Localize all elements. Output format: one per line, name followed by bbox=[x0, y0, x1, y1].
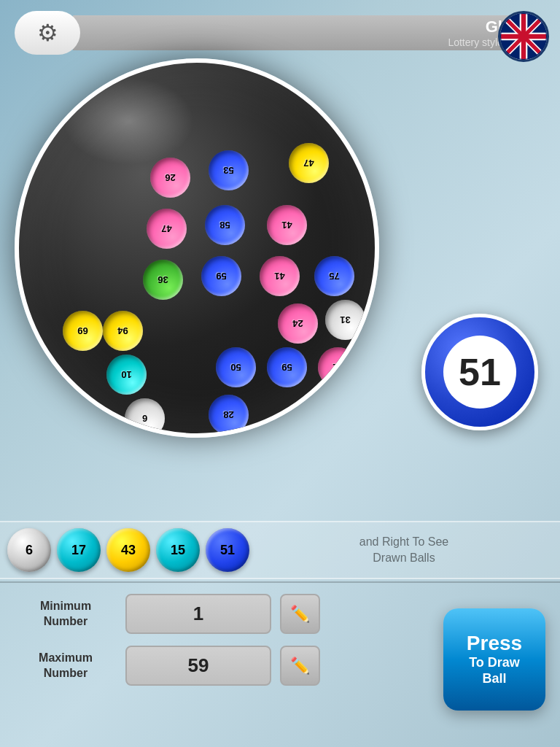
globe-ball: 94 bbox=[103, 311, 143, 351]
edit-icon: ✏️ bbox=[290, 605, 310, 624]
language-flag[interactable] bbox=[498, 11, 549, 62]
globe-ball: 53 bbox=[209, 150, 249, 190]
edit-icon-2: ✏️ bbox=[290, 657, 310, 676]
globe-ball: 58 bbox=[205, 205, 245, 245]
drawn-ball-inner: 51 bbox=[443, 336, 516, 409]
globe-ball: 56 bbox=[296, 395, 336, 435]
app-subtitle: Lottery style globe bbox=[95, 36, 531, 48]
globe-ball: 41 bbox=[267, 205, 307, 245]
strip-hint: and Right To SeeDrawn Balls bbox=[255, 534, 553, 567]
max-number-input[interactable]: 59 bbox=[125, 646, 271, 686]
press-button-label-1: Press bbox=[467, 632, 522, 655]
min-number-input[interactable]: 1 bbox=[125, 594, 271, 634]
globe-ball: 75 bbox=[314, 256, 354, 296]
globe-ball: 52 bbox=[318, 347, 358, 387]
globe-ball: 28 bbox=[209, 395, 249, 435]
globe-shine bbox=[63, 77, 194, 165]
drawn-ball-item: 6 bbox=[7, 528, 51, 572]
drawn-ball-item: 15 bbox=[156, 528, 200, 572]
globe-ball: 47 bbox=[147, 209, 187, 249]
globe-ball: 24 bbox=[278, 303, 318, 344]
press-to-draw-button[interactable]: Press To DrawBall bbox=[443, 608, 545, 711]
globe-ball: 69 bbox=[63, 311, 103, 351]
max-edit-button[interactable]: ✏️ bbox=[280, 646, 320, 686]
app-title: Globe bbox=[95, 18, 531, 36]
drawn-ball-number: 51 bbox=[459, 350, 501, 394]
header: ⚙ Globe Lottery style globe bbox=[0, 0, 560, 66]
globe-ball: 76 bbox=[271, 435, 311, 438]
globe-ball: 59 bbox=[201, 256, 241, 296]
settings-button[interactable]: ⚙ bbox=[15, 11, 80, 55]
globe-ball: 6 bbox=[125, 398, 165, 438]
globe-ball: 41 bbox=[260, 256, 300, 296]
min-edit-button[interactable]: ✏️ bbox=[280, 594, 320, 634]
lottery-globe[interactable]: 2653474758413659417569942431105059526285… bbox=[15, 58, 379, 438]
globe-ball: 39 bbox=[165, 435, 205, 438]
globe-ball: 36 bbox=[143, 260, 183, 300]
globe-ball: 3 bbox=[219, 435, 260, 438]
globe-container: 2653474758413659417569942431105059526285… bbox=[15, 58, 394, 481]
globe-ball: 59 bbox=[267, 347, 307, 387]
max-number-label: MaximumNumber bbox=[15, 651, 117, 681]
drawn-ball-item: 17 bbox=[57, 528, 101, 572]
globe-ball: 47 bbox=[289, 143, 329, 183]
globe-ball: 10 bbox=[106, 355, 147, 395]
drawn-ball-item: 51 bbox=[206, 528, 249, 572]
globe-ball: 50 bbox=[216, 347, 256, 387]
press-button-label-2: To DrawBall bbox=[469, 655, 520, 686]
drawn-balls-strip: 617431551and Right To SeeDrawn Balls bbox=[0, 521, 560, 579]
title-bar: Globe Lottery style globe bbox=[73, 15, 545, 50]
globe-ball: 26 bbox=[150, 158, 190, 198]
min-number-label: MinimumNumber bbox=[15, 599, 117, 630]
gear-icon: ⚙ bbox=[37, 19, 58, 47]
globe-ball: 31 bbox=[325, 300, 365, 340]
drawn-ball-display: 51 bbox=[421, 314, 538, 430]
drawn-ball-item: 43 bbox=[106, 528, 150, 572]
